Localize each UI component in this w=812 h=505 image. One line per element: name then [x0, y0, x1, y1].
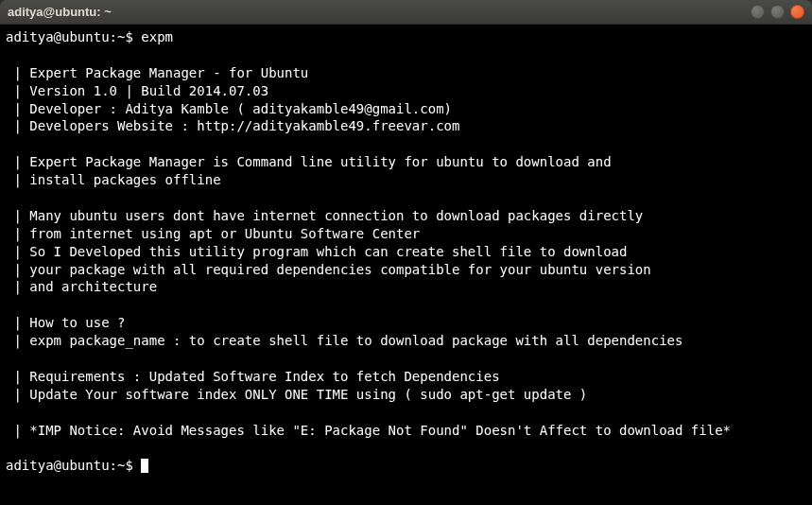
output-line: | Requirements : Updated Software Index … — [6, 369, 500, 384]
output-line: | from internet using apt or Ubuntu Soft… — [6, 226, 420, 241]
output-line: | Many ubuntu users dont have internet c… — [6, 208, 643, 223]
command-input: expm — [141, 29, 173, 44]
output-line: | your package with all required depende… — [6, 262, 651, 277]
titlebar[interactable]: aditya@ubuntu: ~ — [0, 0, 812, 25]
close-button[interactable] — [790, 5, 804, 19]
output-line: | Developer : Aditya Kamble ( adityakamb… — [6, 101, 452, 116]
prompt-user-host: aditya@ubuntu — [6, 458, 110, 473]
prompt-user-host: aditya@ubuntu — [6, 29, 110, 44]
output-line: | and architecture — [6, 279, 157, 294]
prompt-line: aditya@ubuntu:~$ — [6, 458, 148, 473]
terminal-window: aditya@ubuntu: ~ aditya@ubuntu:~$ expm |… — [0, 0, 812, 505]
output-line: | How to use ? — [6, 315, 125, 330]
prompt-separator: $ — [125, 29, 132, 44]
output-line: | *IMP Notice: Avoid Messages like "E: P… — [6, 423, 731, 438]
minimize-button[interactable] — [751, 5, 765, 19]
output-line: | So I Developed this utility program wh… — [6, 244, 627, 259]
terminal-body[interactable]: aditya@ubuntu:~$ expm | Expert Package M… — [0, 25, 812, 505]
window-controls — [751, 5, 804, 19]
output-line: | Expert Package Manager - for Ubuntu — [6, 65, 308, 80]
output-line: | Developers Website : http://adityakamb… — [6, 118, 459, 133]
prompt-separator: $ — [125, 458, 132, 473]
output-line: | Version 1.0 | Build 2014.07.03 — [6, 83, 268, 98]
window-title: aditya@ubuntu: ~ — [8, 5, 751, 19]
cursor — [141, 459, 148, 473]
output-line: | install packages offline — [6, 172, 221, 187]
output-line: | Expert Package Manager is Command line… — [6, 154, 619, 169]
maximize-button[interactable] — [770, 5, 785, 19]
output-line: | Update Your software index ONLY ONE TI… — [6, 387, 587, 402]
output-line: | expm package_name : to create shell fi… — [6, 333, 682, 348]
prompt-line: aditya@ubuntu:~$ expm — [6, 29, 173, 44]
